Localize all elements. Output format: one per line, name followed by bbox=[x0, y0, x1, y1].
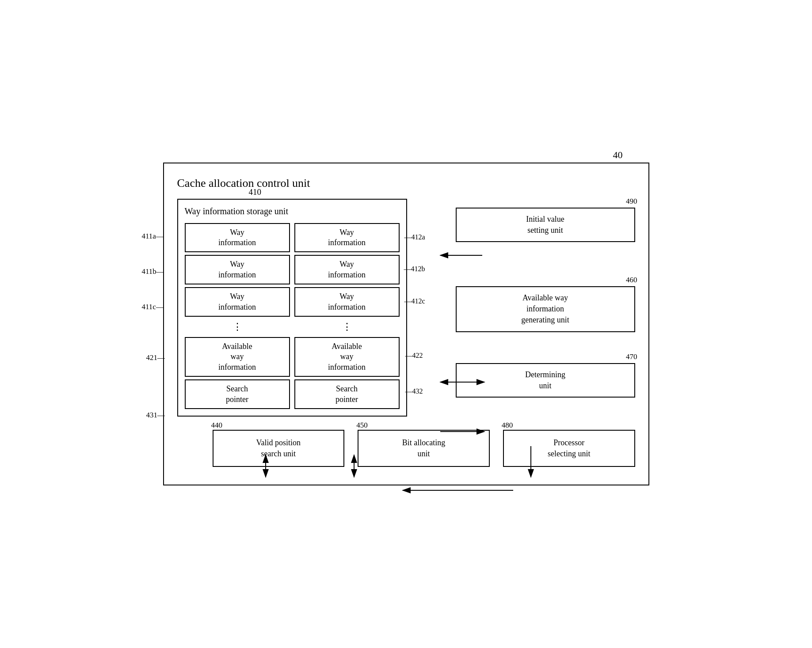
cell-411b: Wayinformation bbox=[185, 255, 290, 284]
label-411a: 411a— bbox=[142, 232, 164, 241]
way-col-left: Wayinformation Wayinformation Wayinforma… bbox=[185, 223, 290, 409]
cell-412b: Wayinformation —412b bbox=[294, 255, 400, 284]
cell-411a: Wayinformation bbox=[185, 223, 290, 253]
cell-412c: Wayinformation —412c bbox=[294, 287, 400, 317]
cell-411c: Wayinformation bbox=[185, 287, 290, 317]
outer-box: Cache allocation control unit 411a— 411b… bbox=[163, 163, 649, 486]
left-section: 411a— 411b— 411c— 421— 431— 410 Way info… bbox=[177, 199, 407, 417]
way-cols: Wayinformation Wayinformation Wayinforma… bbox=[185, 223, 400, 409]
label-411c: 411c— bbox=[142, 303, 164, 311]
dots-left: ⋮ bbox=[185, 319, 290, 334]
box-480: 480 Processorselecting unit bbox=[503, 430, 635, 467]
box-470: Determiningunit bbox=[456, 363, 635, 398]
box-490: Initial valuesetting unit bbox=[456, 208, 635, 242]
cell-421: Availablewayinformation bbox=[185, 337, 290, 377]
outer-title: Cache allocation control unit bbox=[177, 177, 635, 190]
ref-450: 450 bbox=[356, 420, 368, 431]
ref-440: 440 bbox=[211, 420, 223, 431]
cell-422: Availablewayinformation —422 bbox=[294, 337, 400, 377]
ref-410: 410 bbox=[249, 187, 262, 197]
bottom-row: 440 Valid positionsearch unit 450 Bit al… bbox=[213, 430, 635, 467]
way-storage-title: Way information storage unit bbox=[185, 206, 400, 216]
ref-460: 460 bbox=[626, 276, 637, 284]
ref-470: 470 bbox=[626, 352, 637, 361]
way-col-right: Wayinformation —412a Wayinformation —412… bbox=[294, 223, 400, 409]
ref-490: 490 bbox=[626, 197, 637, 206]
page-container: 40 Cache allocation control unit 411a— 4… bbox=[163, 163, 649, 486]
box-460: Available wayinformationgenerating unit bbox=[456, 286, 635, 332]
label-431: 431— bbox=[146, 411, 165, 420]
way-storage-box: 410 Way information storage unit Wayinfo… bbox=[177, 199, 407, 417]
ref-480: 480 bbox=[502, 420, 513, 431]
cell-431: Searchpointer bbox=[185, 379, 290, 409]
diagram-wrapper: 411a— 411b— 411c— 421— 431— 410 Way info… bbox=[177, 199, 635, 467]
dots-right: ⋮ bbox=[294, 319, 400, 334]
label-411b: 411b— bbox=[142, 267, 164, 276]
cell-412a: Wayinformation —412a bbox=[294, 223, 400, 253]
cell-432: Searchpointer —432 bbox=[294, 379, 400, 409]
main-layout: 411a— 411b— 411c— 421— 431— 410 Way info… bbox=[177, 199, 635, 417]
box-450: 450 Bit allocatingunit bbox=[358, 430, 490, 467]
right-section: 490 Initial valuesetting unit 460 Availa… bbox=[456, 199, 635, 402]
ref-40: 40 bbox=[613, 149, 623, 161]
box-440: 440 Valid positionsearch unit bbox=[213, 430, 345, 467]
label-421: 421— bbox=[146, 353, 165, 362]
